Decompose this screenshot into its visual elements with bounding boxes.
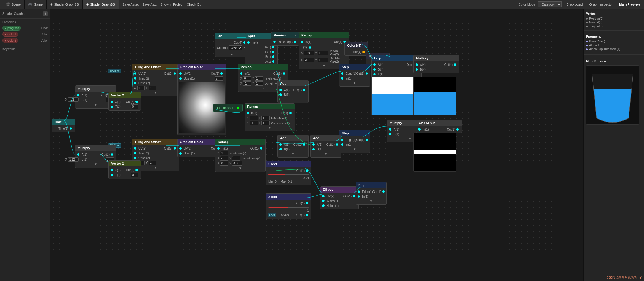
tab-shader-graph-2[interactable]: ◈ Shader GraphSS <box>83 0 119 9</box>
remap2-x1[interactable] <box>243 76 251 81</box>
node-slider1[interactable]: Slider Out(1) 0.04 Min0 Max0.1 <box>266 161 311 185</box>
graph-canvas[interactable]: UV Out(4) Channel UV0 ▼ ▼ Split In <box>50 9 583 281</box>
blackboard-button[interactable]: Blackboard <box>565 2 584 7</box>
port-remap2-in <box>240 72 242 75</box>
save-as-button[interactable]: Save As... <box>142 3 157 6</box>
node-vector2-2[interactable]: Vector 2 X(1) Out(2) Y(1) <box>108 160 141 179</box>
remap1-x2[interactable] <box>304 58 314 62</box>
add2-expand[interactable]: ▼ <box>278 152 308 156</box>
node-tiling-offset1[interactable]: Tiling And Offset UV(2) Out(2) Tiling(2)… <box>132 64 179 96</box>
vertex-row-normal: Normal(3) <box>586 20 642 24</box>
gn1-scale-val[interactable] <box>215 76 223 81</box>
property-pill-color1[interactable]: ● Color1 <box>2 32 18 37</box>
remap4-y3[interactable] <box>232 161 242 166</box>
remap4-x2[interactable] <box>220 156 228 161</box>
node-remap4[interactable]: Remap In(1) Out(1) Y In Min Max(2) X <box>215 139 266 172</box>
remap3-y2[interactable] <box>261 121 270 125</box>
node-preview[interactable]: Preview ▼ In(1) Out(1) <box>271 32 299 46</box>
shader-icon-1: ◈ <box>50 2 52 6</box>
mul4-x-label: X <box>65 157 79 162</box>
node-ellipse[interactable]: Ellipse UV(2) Out(1) Width(1) Height(1) <box>320 186 359 209</box>
fragment-section: Fragment Base Color(3) Alpha(1) Alpha Cl… <box>584 32 644 53</box>
add1-expand[interactable]: ▼ <box>278 97 308 101</box>
remap1-y1[interactable] <box>318 51 328 55</box>
slider2-track[interactable] <box>268 207 309 208</box>
step2-expand[interactable]: ▼ <box>339 147 370 151</box>
remap4-y2[interactable] <box>232 156 240 161</box>
node-slider2[interactable]: Slider Out(1) 1 UV0 → UV(2) Out(1) <box>266 193 311 219</box>
node-multiply1[interactable]: Multiply A(4) Out(4) B(4) <box>413 55 459 73</box>
show-in-project-button[interactable]: Show In Project <box>160 3 183 6</box>
remap1-x1[interactable] <box>304 51 314 55</box>
remap2-y2[interactable] <box>255 81 263 86</box>
add3-expand[interactable]: ▼ <box>311 152 341 156</box>
remap1-xy-row1: X Y In Min Max(2) <box>299 49 349 56</box>
node-remap3[interactable]: Remap In(1) Out(1) X Y In Min Max(2) <box>245 103 295 131</box>
multiply1-preview-box <box>413 77 456 115</box>
graph-inspector-button[interactable]: Graph Inspector <box>587 2 614 7</box>
keywords-section: Keywords <box>0 45 50 53</box>
node-add1[interactable]: Add A(1) Out(1) B(1) ▼ <box>277 80 309 103</box>
tab-game[interactable]: 🎮 Game <box>25 0 47 9</box>
uv-channel-select[interactable]: UV0 <box>229 45 242 50</box>
properties-section: Properties ● progress Float ● Color1 Col… <box>0 19 50 45</box>
preview-collapse[interactable]: ▼ <box>294 34 297 37</box>
node-uv-expand[interactable]: ▼ <box>215 52 249 57</box>
property-pill-color2[interactable]: ● Color2 <box>2 38 18 43</box>
slider1-track[interactable] <box>268 174 309 175</box>
check-out-button[interactable]: Check Out <box>187 3 202 6</box>
tab-scene[interactable]: 🎬 Scene <box>2 0 25 9</box>
to1-x[interactable] <box>137 86 145 90</box>
remap3-expand[interactable]: ▼ <box>245 126 295 130</box>
main-preview-button[interactable]: Main Preview <box>617 2 642 7</box>
node-step3[interactable]: Step Edge(1) Out(1) In(1) ▼ <box>356 182 387 205</box>
node-vector2-1[interactable]: Vector 2 X(1) Out(2) Y(1) <box>108 92 141 111</box>
node-one-minus[interactable]: One Minus In(1) Out(1) <box>416 120 462 133</box>
mul3-x-input[interactable] <box>68 97 79 102</box>
node-uv[interactable]: UV Out(4) Channel UV0 ▼ ▼ <box>215 33 249 57</box>
slider2-value: 1 <box>266 209 311 212</box>
to1-y[interactable] <box>149 86 156 90</box>
port-split-g <box>272 51 274 53</box>
tab-shader-graph-1[interactable]: ◈ Shader GraphSS <box>47 0 83 9</box>
property-dot-color1: ● <box>4 33 6 36</box>
divider2 <box>584 54 644 55</box>
node-gradient-noise1[interactable]: Gradient Noise UV(2) Out(1) Scale(1) <box>177 64 226 135</box>
remap4-x3[interactable] <box>220 161 228 166</box>
remap2-x2[interactable] <box>243 81 251 86</box>
port-step2-out <box>366 139 368 141</box>
remap1-y2[interactable] <box>318 58 328 62</box>
color-mode-dropdown[interactable]: Category <box>538 1 562 7</box>
step1-expand[interactable]: ▼ <box>339 81 370 85</box>
property-pill-progress[interactable]: ● progress <box>2 26 21 31</box>
to2-y[interactable] <box>149 161 156 165</box>
mul4-a: A(1) Out(1) <box>75 152 116 157</box>
node-add2[interactable]: Add A(1) Out(1) B(1) ▼ <box>277 135 309 158</box>
remap1-in1: In(1) Out(1) <box>299 39 349 44</box>
remap3-x2[interactable] <box>250 121 258 125</box>
node-color2-4a[interactable]: Color2(4) Out(4) <box>344 42 368 56</box>
node-uv-header: UV <box>215 33 249 39</box>
v2-2-y-val[interactable] <box>131 173 138 177</box>
remap4-y1[interactable] <box>220 151 228 155</box>
node-step1[interactable]: Step Edge(1) Out(1) In(1) ▼ <box>339 64 370 87</box>
mul4-x-input[interactable] <box>68 157 79 162</box>
node-time[interactable]: Time Time(1) <box>52 119 75 132</box>
node-progress-ref[interactable]: ● progress(1) <box>213 104 243 112</box>
add-property-button[interactable]: + <box>43 11 48 16</box>
remap2-y1[interactable] <box>255 76 263 81</box>
top-bar-right: Color Mode Category Blackboard Graph Ins… <box>519 1 642 7</box>
v2-1-y-val[interactable] <box>131 104 138 109</box>
node-slider2-header: Slider <box>266 194 311 200</box>
remap4-xy2: X Y Out Min Max(2) <box>215 156 265 161</box>
node-step2[interactable]: Step Edge(1) Out(1) In(1) ▼ <box>339 130 370 153</box>
port-step1-out <box>366 72 368 75</box>
remap3-y1[interactable] <box>261 116 270 120</box>
remap4-expand[interactable]: ▼ <box>215 166 265 170</box>
save-asset-button[interactable]: Save Asset <box>122 3 139 6</box>
node-step3-header: Step <box>356 182 386 188</box>
toolbar-actions: Save Asset Save As... Show In Project Ch… <box>119 3 202 6</box>
node-add3[interactable]: Add A(1) Out(1) B(1) ▼ <box>310 135 341 158</box>
step3-expand[interactable]: ▼ <box>356 199 386 203</box>
remap3-x1[interactable] <box>250 116 258 120</box>
